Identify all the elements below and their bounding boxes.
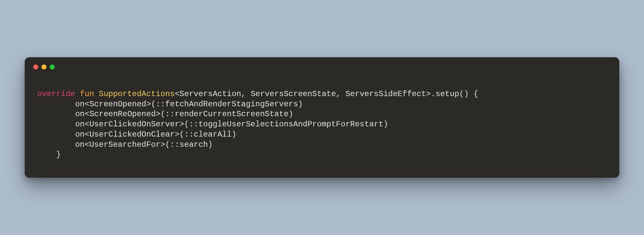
code-line-5: on<UserClickedOnClear>(::clearAll) [37, 130, 236, 139]
code-block: override fun SupportedActions<ServersAct… [25, 73, 619, 163]
code-line-1: override fun SupportedActions<ServersAct… [37, 90, 478, 98]
zoom-icon[interactable] [50, 65, 55, 69]
code-line-2: on<ScreenOpened>(::fetchAndRenderStaging… [37, 100, 303, 109]
function-name: SupportedActions [99, 90, 174, 98]
code-window: override fun SupportedActions<ServersAct… [25, 57, 619, 178]
code-line-3: on<ScreenReOpened>(::renderCurrentScreen… [37, 110, 293, 118]
close-icon[interactable] [33, 65, 38, 69]
keyword-fun: fun [80, 90, 94, 98]
code-line-6: on<UserSearchedFor>(::search) [37, 140, 213, 149]
window-titlebar [25, 57, 619, 73]
code-line-4: on<UserClickedOnServer>(::toggleUserSele… [37, 120, 388, 129]
minimize-icon[interactable] [41, 65, 46, 69]
keyword-override: override [37, 90, 75, 98]
code-text: <ServersAction, ServersScreenState, Serv… [175, 90, 478, 98]
code-line-7: } [37, 150, 61, 159]
